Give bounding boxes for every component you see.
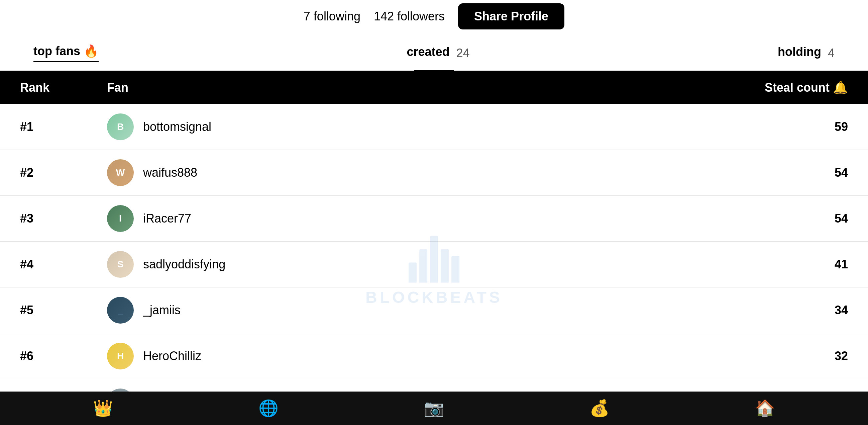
- rank-cell: #6: [20, 349, 107, 363]
- fan-username[interactable]: bottomsignal: [143, 120, 211, 134]
- nav-globe-icon[interactable]: 🌐: [258, 399, 279, 418]
- table-row[interactable]: #4 S sadlyoddisfying 41: [0, 242, 868, 287]
- followers-label: 142 followers: [374, 9, 445, 23]
- avatar: H: [107, 343, 134, 369]
- fans-table: Rank Fan Steal count 🔔 BLOCKBEATS #1 B b…: [0, 71, 868, 425]
- header-fan: Fan: [107, 81, 748, 95]
- table-row[interactable]: #2 W waifus888 54: [0, 150, 868, 196]
- fan-cell: B bottomsignal: [107, 113, 748, 140]
- avatar: _: [107, 297, 134, 323]
- tab-created-count: 24: [456, 46, 470, 60]
- top-fans-tab-group[interactable]: top fans 🔥: [33, 44, 99, 62]
- fan-cell: W waifus888: [107, 159, 748, 186]
- rank-cell: #1: [20, 120, 107, 134]
- header-rank: Rank: [20, 81, 107, 95]
- profile-header: 7 following 142 followers Share Profile: [0, 0, 868, 36]
- steal-count-cell: 41: [748, 257, 848, 272]
- steal-count-cell: 54: [748, 211, 848, 226]
- share-profile-button[interactable]: Share Profile: [458, 3, 564, 29]
- nav-crown-icon[interactable]: 👑: [93, 399, 113, 418]
- following-label: 7 following: [304, 9, 361, 23]
- fan-cell: I iRacer77: [107, 205, 748, 232]
- followers-stat: 142 followers: [374, 9, 445, 23]
- steal-count-cell: 54: [748, 166, 848, 180]
- avatar: I: [107, 205, 134, 232]
- fan-username[interactable]: HeroChilliz: [143, 349, 201, 363]
- table-row[interactable]: #6 H HeroChilliz 32: [0, 333, 868, 379]
- fan-username[interactable]: _jamiis: [143, 303, 181, 317]
- nav-camera-icon[interactable]: 📷: [424, 399, 444, 418]
- avatar: S: [107, 251, 134, 278]
- tab-holding-label[interactable]: holding: [778, 45, 821, 62]
- table-row[interactable]: #5 _ _jamiis 34: [0, 287, 868, 333]
- rank-cell: #4: [20, 257, 107, 272]
- steal-count-cell: 59: [748, 120, 848, 134]
- rank-cell: #2: [20, 166, 107, 180]
- tab-holding-count: 4: [828, 46, 835, 60]
- fan-username[interactable]: waifus888: [143, 166, 197, 180]
- table-row[interactable]: #3 I iRacer77 54: [0, 196, 868, 242]
- table-row[interactable]: #1 B bottomsignal 59: [0, 104, 868, 150]
- fan-username[interactable]: iRacer77: [143, 211, 191, 226]
- tab-created-label[interactable]: created: [407, 45, 450, 62]
- avatar: W: [107, 159, 134, 186]
- profile-stats-row: 7 following 142 followers Share Profile: [304, 3, 564, 29]
- steal-count-cell: 32: [748, 349, 848, 363]
- fan-cell: _ _jamiis: [107, 297, 748, 323]
- holding-tab-group[interactable]: holding 4: [778, 45, 835, 62]
- table-rows-container: #1 B bottomsignal 59 #2 W waifus888 54 #…: [0, 104, 868, 425]
- rank-cell: #3: [20, 211, 107, 226]
- table-header: Rank Fan Steal count 🔔: [0, 71, 868, 104]
- bottom-nav: 👑 🌐 📷 💰 🏠: [0, 392, 868, 425]
- tab-top-fans[interactable]: top fans 🔥: [33, 44, 99, 62]
- rank-cell: #5: [20, 303, 107, 317]
- following-stat: 7 following: [304, 9, 361, 23]
- avatar: B: [107, 113, 134, 140]
- created-tab-group[interactable]: created 24: [407, 45, 469, 62]
- tabs-row: top fans 🔥 created 24 holding 4: [0, 36, 868, 71]
- header-steal-count: Steal count 🔔: [748, 81, 848, 95]
- fan-cell: S sadlyoddisfying: [107, 251, 748, 278]
- fan-username[interactable]: sadlyoddisfying: [143, 257, 225, 272]
- fan-cell: H HeroChilliz: [107, 343, 748, 369]
- steal-count-cell: 34: [748, 303, 848, 317]
- nav-money-icon[interactable]: 💰: [589, 399, 610, 418]
- nav-home-icon[interactable]: 🏠: [755, 399, 775, 418]
